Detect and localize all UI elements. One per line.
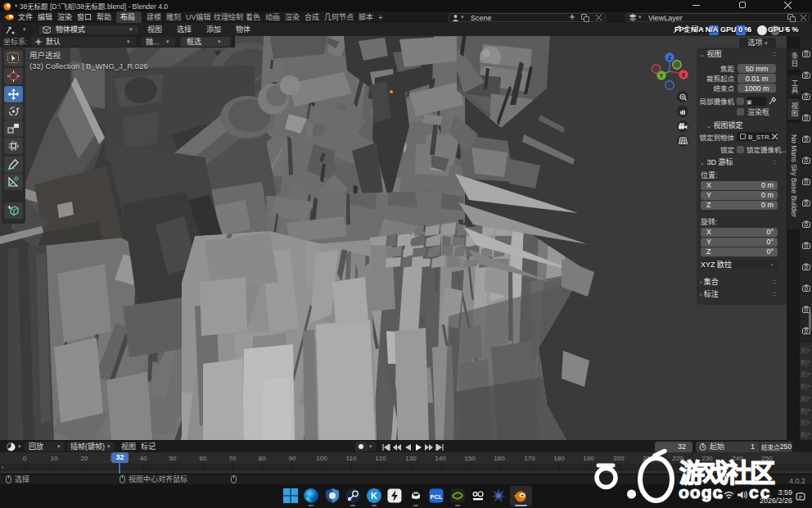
svg-text:K: K xyxy=(371,491,377,501)
svg-text:cc: cc xyxy=(749,483,771,501)
svg-text:X: X xyxy=(682,72,686,78)
svg-text:oogc: oogc xyxy=(679,483,723,501)
svg-text:Z: Z xyxy=(668,55,671,61)
svg-text:Y: Y xyxy=(660,73,664,79)
svg-text:PCL: PCL xyxy=(431,493,443,501)
